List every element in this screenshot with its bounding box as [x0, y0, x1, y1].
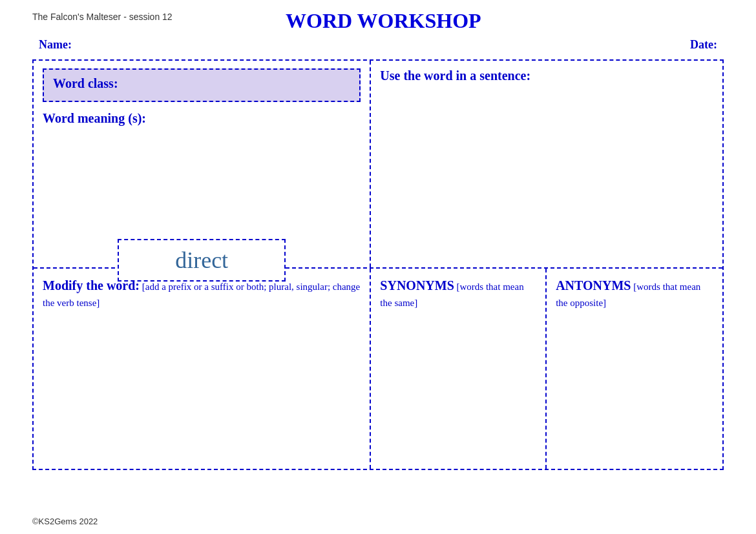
name-label: Name:	[39, 38, 72, 52]
col-modify: Modify the word: [add a prefix or a suff…	[34, 269, 371, 469]
center-word-box: direct	[118, 239, 286, 282]
copyright-text: ©KS2Gems 2022	[32, 517, 98, 526]
main-container: Word class: Word meaning (s): direct Use…	[32, 59, 724, 470]
bottom-section: Modify the word: [add a prefix or a suff…	[34, 269, 722, 469]
use-word-label: Use the word in a sentence:	[380, 68, 713, 83]
word-meaning-label: Word meaning (s):	[43, 111, 361, 126]
word-class-label: Word class:	[53, 76, 118, 90]
center-word-container: direct	[118, 239, 286, 282]
col-antonyms: ANTONYMS [words that mean the opposite]	[547, 269, 722, 469]
session-label: The Falcon's Malteser - session 12	[32, 12, 173, 22]
main-title: WORD WORKSHOP	[173, 9, 594, 33]
center-word: direct	[175, 247, 228, 273]
page: The Falcon's Malteser - session 12 WORD …	[0, 0, 756, 534]
word-class-box: Word class:	[43, 68, 361, 102]
antonyms-label: ANTONYMS [words that mean the opposite]	[556, 276, 713, 311]
right-panel: Use the word in a sentence:	[371, 61, 722, 267]
name-date-row: Name: Date:	[32, 38, 724, 52]
date-label: Date:	[690, 38, 717, 52]
left-panel: Word class: Word meaning (s): direct	[34, 61, 371, 267]
synonyms-main-word: SYNONYMS	[380, 278, 454, 293]
antonyms-main-word: ANTONYMS	[556, 278, 631, 293]
top-bar: The Falcon's Malteser - session 12 WORD …	[32, 12, 724, 33]
top-section: Word class: Word meaning (s): direct Use…	[34, 61, 722, 269]
modify-label: Modify the word: [add a prefix or a suff…	[43, 276, 361, 311]
col-synonyms: SYNONYMS [words that mean the same]	[371, 269, 547, 469]
footer: ©KS2Gems 2022	[32, 517, 98, 526]
synonyms-label: SYNONYMS [words that mean the same]	[380, 276, 536, 311]
